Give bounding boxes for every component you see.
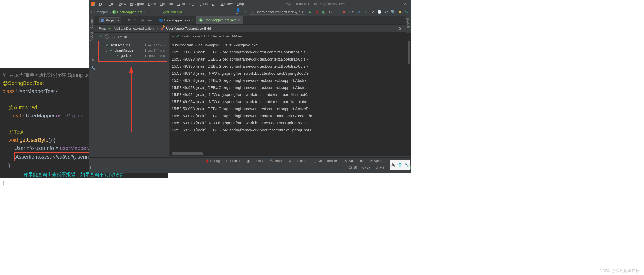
menu-view[interactable]: View — [117, 1, 128, 7]
close-tab-icon[interactable]: × — [192, 19, 193, 22]
horizontal-scrollbar[interactable] — [172, 152, 406, 155]
menu-code[interactable]: Code — [146, 1, 158, 7]
settings-icon[interactable]: 🔧 — [91, 66, 95, 70]
test-row-class[interactable]: ⌄✔UserMappe 1 sec 144 ms — [100, 48, 166, 53]
expand-icon[interactable]: ÷ — [135, 18, 137, 22]
tool-profiler[interactable]: ⊙Profiler — [223, 159, 244, 163]
caret-position[interactable]: 28:29 — [347, 166, 360, 169]
terminal-icon: ▣ — [247, 159, 250, 163]
tool-terminal[interactable]: ▣Terminal — [244, 159, 266, 163]
debug-button[interactable]: 🐞 — [315, 10, 319, 14]
menu-edit[interactable]: Edit — [107, 1, 116, 7]
annotation-springboottest: @SpringBootTest — [3, 80, 44, 86]
crumb-seg1[interactable]: 1 — [90, 10, 92, 14]
git-push-icon[interactable]: ↗ — [370, 10, 375, 14]
layout-icon[interactable]: ↻ — [91, 58, 95, 62]
project-view-select[interactable]: Project — [99, 17, 121, 23]
scroll-thumb[interactable] — [172, 152, 203, 155]
project-tabs-bar: Project ⊕ ÷ ⚙ — I UserMapper.java × C Us… — [89, 16, 411, 25]
close-button[interactable]: ✕ — [404, 2, 407, 6]
run-button[interactable]: ▶ — [308, 10, 312, 14]
show-passed-icon[interactable]: ✔ — [99, 34, 102, 39]
menu-window[interactable]: Window — [219, 1, 234, 7]
gear-icon[interactable]: ⚙ — [141, 18, 144, 22]
navigation-bar: 1 › mapper › CUserMapperTest › getUserBy… — [89, 8, 411, 16]
git-commit-icon[interactable]: ✔ — [364, 10, 368, 14]
summary-text: Tests passed: 1 of 1 test – 1 sec 144 ms — [182, 33, 243, 40]
shield-icon[interactable]: 🛡 — [405, 10, 409, 14]
menu-navigate[interactable]: Navigate — [128, 1, 145, 7]
run-config-test[interactable]: ◆ UserMapperTest.getUserById — [161, 26, 211, 30]
menu-refactor[interactable]: Refactor — [159, 1, 175, 7]
profiler-icon: ⊙ — [226, 159, 229, 163]
close-config-icon[interactable]: × — [156, 26, 158, 30]
tab-usermapper[interactable]: I UserMapper.java × — [156, 16, 196, 24]
gear-icon[interactable]: ✿ — [398, 26, 401, 30]
tool-dependencies[interactable]: ⬚Dependencies — [310, 159, 342, 163]
ime-indicator[interactable]: 英 👕 🔧 — [390, 160, 410, 170]
vertical-scrollbar[interactable] — [408, 41, 410, 64]
test-toolbar: ✔ ↓ₐ ↓≡ ☰ — [97, 33, 169, 40]
collapse-icon[interactable]: ☰ — [124, 34, 128, 39]
test-row-method[interactable]: ✔getUser 1 sec 144 ms — [100, 53, 166, 58]
minimize-button[interactable]: — — [385, 2, 389, 6]
tool-autobuild[interactable]: ↻Auto-build — [342, 159, 367, 163]
back-icon[interactable]: ↩ — [243, 10, 247, 14]
line-separator[interactable]: CRLF — [360, 166, 373, 169]
crumb-method[interactable]: getUserById — [163, 10, 182, 14]
menu-git[interactable]: Git — [210, 1, 218, 7]
interface-icon: I — [159, 19, 163, 22]
history-icon[interactable]: » — [172, 33, 174, 40]
user-icon[interactable]: 👤▾ — [236, 10, 240, 14]
notification-dot-icon — [163, 25, 165, 28]
attach-button[interactable]: … — [335, 10, 339, 14]
menu-run[interactable]: Run — [187, 1, 197, 7]
locate-icon[interactable]: ⊕ — [128, 18, 130, 22]
crumb-class[interactable]: CUserMapperTest — [112, 10, 142, 14]
close-tab-icon[interactable]: × — [238, 18, 240, 22]
tool-build[interactable]: 🔨Build — [266, 159, 285, 163]
git-rollback-icon[interactable]: ↩ — [384, 10, 388, 14]
test-time: 1 sec 144 ms — [145, 54, 165, 58]
tab-usermappertest[interactable]: C UserMapperTest.java × — [196, 16, 243, 24]
encoding[interactable]: UTF-8 — [373, 166, 387, 169]
window-controls: — □ ✕ — [385, 2, 407, 6]
show-ignored-icon[interactable] — [105, 34, 109, 39]
console-line: 15:53:49.954 [main] INFO org.springframe… — [172, 98, 409, 105]
maximize-button[interactable]: □ — [395, 2, 397, 6]
spring-leaf-icon: ❀ — [108, 27, 112, 30]
profile-button[interactable]: ⊙ — [328, 10, 333, 14]
git-history-icon[interactable]: 🕘 — [377, 10, 381, 14]
tool-debug[interactable]: 🐞Debug — [202, 159, 223, 163]
crumb-mapper[interactable]: mapper — [97, 10, 108, 14]
hide-icon[interactable]: — — [148, 18, 152, 22]
tool-spring[interactable]: ❀Spring — [367, 159, 386, 163]
toolwindow-toggle[interactable] — [90, 166, 94, 169]
menu-build[interactable]: Build — [176, 1, 187, 7]
run-label: Run: — [99, 26, 106, 30]
run-config-spring[interactable]: ❀ MyBatisDome1Application × — [108, 26, 158, 30]
ide-updates-icon[interactable]: ⬣ — [398, 10, 402, 14]
stop-button[interactable]: ■ — [342, 10, 346, 14]
endpoints-icon: ✪ — [289, 159, 291, 163]
git-update-icon[interactable]: ✔ — [357, 10, 361, 14]
assert-line-highlight: Assertions.assertNotNull(userinfo); — [14, 152, 97, 161]
shirt-icon: 👕 — [397, 163, 402, 168]
menu-help[interactable]: Help — [235, 1, 246, 7]
test-time: 1 sec 144 ms — [145, 43, 165, 47]
class-icon: C — [199, 18, 203, 22]
app-logo-icon — [91, 2, 95, 6]
sort-icon[interactable]: ↓ₐ — [112, 34, 115, 39]
run-config-select[interactable]: ⟨⟩ UserMapperTest.getUserById — [250, 9, 305, 15]
sort2-icon[interactable]: ↓≡ — [118, 34, 122, 39]
side-jclasslib[interactable]: jclasslib — [406, 18, 410, 29]
console-output[interactable]: "D:\Program Files\Java\jdk1.8.0_192\bin\… — [170, 40, 411, 134]
test-row-root[interactable]: ⌄✔Test Results 1 sec 144 ms — [100, 42, 166, 48]
coverage-button[interactable]: ◧ — [322, 10, 326, 14]
tool-endpoints[interactable]: ✪Endpoints — [285, 159, 310, 163]
side-project[interactable]: Project — [90, 32, 93, 41]
side-commit[interactable]: Commit — [90, 18, 93, 29]
search-icon[interactable]: 🔍 — [391, 10, 395, 14]
menu-file[interactable]: File — [97, 1, 106, 7]
menu-tools[interactable]: Tools — [198, 1, 210, 7]
